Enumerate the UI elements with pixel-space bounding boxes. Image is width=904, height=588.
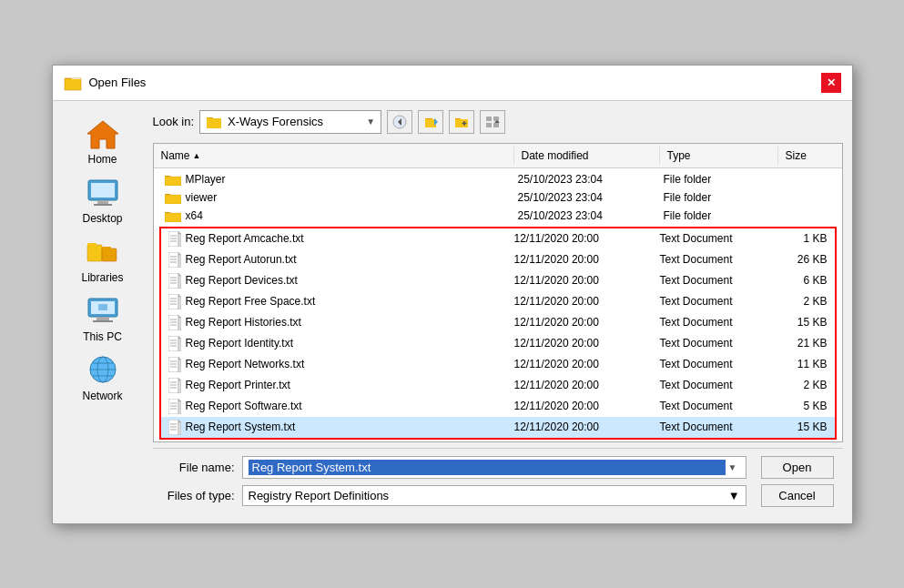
svg-rect-23 xyxy=(207,118,221,128)
svg-rect-62 xyxy=(168,294,178,309)
nav-back-button[interactable] xyxy=(387,110,412,134)
svg-rect-64 xyxy=(178,297,181,309)
sidebar: Home Desktop xyxy=(62,110,144,514)
svg-rect-88 xyxy=(178,380,181,393)
folder-date-cell: 25/10/2023 23:04 xyxy=(511,208,656,224)
close-button[interactable]: ✕ xyxy=(821,73,841,93)
svg-rect-15 xyxy=(93,320,113,322)
filetype-row: Files of type: Registry Report Definitio… xyxy=(162,484,834,507)
sidebar-item-libraries[interactable]: Libraries xyxy=(66,232,139,288)
folder-row[interactable]: viewer 25/10/2023 23:04 File folder xyxy=(157,188,838,207)
file-size-cell: 21 KB xyxy=(771,334,835,353)
svg-marker-69 xyxy=(178,315,181,318)
file-row[interactable]: Reg Report Printer.txt 12/11/2020 20:00 … xyxy=(161,375,835,396)
file-row[interactable]: Reg Report Free Space.txt 12/11/2020 20:… xyxy=(161,291,835,312)
svg-rect-94 xyxy=(178,401,181,414)
svg-marker-75 xyxy=(178,336,181,339)
dialog-icon xyxy=(64,74,82,92)
bottom-bar: File name: ▼ Open Files of type: Registr… xyxy=(153,448,843,514)
folder-icon xyxy=(165,191,181,204)
file-row[interactable]: Reg Report System.txt 12/11/2020 20:00 T… xyxy=(161,417,835,438)
dialog-body: Home Desktop xyxy=(53,101,852,523)
svg-rect-50 xyxy=(168,252,178,268)
view-menu-button[interactable] xyxy=(480,110,505,134)
sidebar-item-this-pc[interactable]: This PC xyxy=(66,291,139,347)
new-folder-icon xyxy=(454,115,469,129)
file-name-cell: Reg Report Networks.txt xyxy=(161,355,507,374)
file-date-cell: 12/11/2020 20:00 xyxy=(507,229,653,248)
text-file-icon xyxy=(168,420,181,435)
svg-rect-33 xyxy=(486,117,492,121)
network-icon-wrap xyxy=(85,354,121,387)
file-size-cell: 26 KB xyxy=(771,250,835,269)
desktop-icon xyxy=(86,177,120,209)
svg-marker-99 xyxy=(178,420,181,422)
open-button[interactable]: Open xyxy=(761,456,834,479)
cancel-btn-wrap: Cancel xyxy=(761,484,834,507)
nav-up-button[interactable] xyxy=(418,110,443,134)
libraries-icon-wrap xyxy=(85,236,121,269)
title-bar: Open Files ✕ xyxy=(53,66,852,101)
file-row[interactable]: Reg Report Histories.txt 12/11/2020 20:0… xyxy=(161,312,835,333)
file-row[interactable]: Reg Report Identity.txt 12/11/2020 20:00… xyxy=(161,333,835,354)
col-header-size[interactable]: Size xyxy=(778,147,842,165)
file-row[interactable]: Reg Report Amcache.txt 12/11/2020 20:00 … xyxy=(161,228,835,249)
look-in-combo[interactable]: X-Ways Forensics ▼ xyxy=(199,110,381,134)
libraries-icon xyxy=(86,236,120,269)
svg-rect-76 xyxy=(178,339,181,351)
create-folder-button[interactable] xyxy=(449,110,474,134)
file-row[interactable]: Reg Report Devices.txt 12/11/2020 20:00 … xyxy=(161,270,835,291)
title-bar-left: Open Files xyxy=(64,74,147,92)
sidebar-home-label: Home xyxy=(87,153,117,166)
file-type-cell: Text Document xyxy=(653,418,771,437)
file-row[interactable]: Reg Report Software.txt 12/11/2020 20:00… xyxy=(161,396,835,417)
filename-input-wrap[interactable]: ▼ xyxy=(242,456,747,479)
file-type-cell: Text Document xyxy=(653,292,771,311)
folder-type-cell: File folder xyxy=(656,171,775,188)
text-file-icon xyxy=(168,336,181,351)
file-row[interactable]: Reg Report Networks.txt 12/11/2020 20:00… xyxy=(161,354,835,375)
file-list-container[interactable]: Name ▲ Date modified Type Size xyxy=(153,143,843,442)
file-row[interactable]: Reg Report Autorun.txt 12/11/2020 20:00 … xyxy=(161,249,835,270)
filetype-dropdown-arrow: ▼ xyxy=(728,489,740,502)
sidebar-item-desktop[interactable]: Desktop xyxy=(66,173,139,228)
filename-dropdown-arrow[interactable]: ▼ xyxy=(726,462,740,472)
file-name-cell: Reg Report Software.txt xyxy=(161,397,507,416)
folder-size-cell xyxy=(775,208,838,224)
file-type-cell: Text Document xyxy=(653,376,771,395)
home-icon-wrap xyxy=(85,117,121,150)
col-header-date[interactable]: Date modified xyxy=(514,147,660,165)
folder-row[interactable]: x64 25/10/2023 23:04 File folder xyxy=(157,207,838,225)
file-size-cell: 15 KB xyxy=(771,313,835,332)
folder-row[interactable]: MPlayer 25/10/2023 23:04 File folder xyxy=(157,170,838,188)
svg-rect-52 xyxy=(178,255,181,268)
svg-rect-11 xyxy=(102,247,111,249)
col-header-type[interactable]: Type xyxy=(660,147,778,165)
svg-rect-86 xyxy=(168,378,178,393)
files-of-type-combo[interactable]: Registry Report Definitions ▼ xyxy=(242,485,747,506)
file-name-input[interactable] xyxy=(249,460,726,475)
sidebar-libraries-label: Libraries xyxy=(81,271,123,284)
text-file-icon xyxy=(168,252,181,268)
cancel-button[interactable]: Cancel xyxy=(761,484,834,507)
file-date-cell: 12/11/2020 20:00 xyxy=(507,250,653,269)
file-rows-selection: Reg Report Amcache.txt 12/11/2020 20:00 … xyxy=(157,227,838,440)
svg-rect-6 xyxy=(97,200,108,204)
col-header-name[interactable]: Name ▲ xyxy=(154,147,514,165)
folder-size-cell xyxy=(775,189,838,206)
sidebar-item-network[interactable]: Network xyxy=(66,350,139,406)
look-in-value: X-Ways Forensics xyxy=(228,115,361,128)
file-type-cell: Text Document xyxy=(653,229,771,248)
sidebar-item-home[interactable]: Home xyxy=(66,114,139,169)
svg-rect-44 xyxy=(168,231,178,247)
up-arrow-icon xyxy=(423,115,438,129)
svg-rect-34 xyxy=(493,117,499,121)
folder-icon xyxy=(165,209,181,222)
sidebar-this-pc-label: This PC xyxy=(83,330,122,343)
folder-name-cell: x64 xyxy=(157,208,511,224)
svg-rect-74 xyxy=(168,336,178,351)
svg-marker-51 xyxy=(178,252,181,255)
file-name-label: File name: xyxy=(162,461,235,474)
file-name-cell: Reg Report System.txt xyxy=(161,418,507,437)
look-in-label: Look in: xyxy=(153,115,195,128)
